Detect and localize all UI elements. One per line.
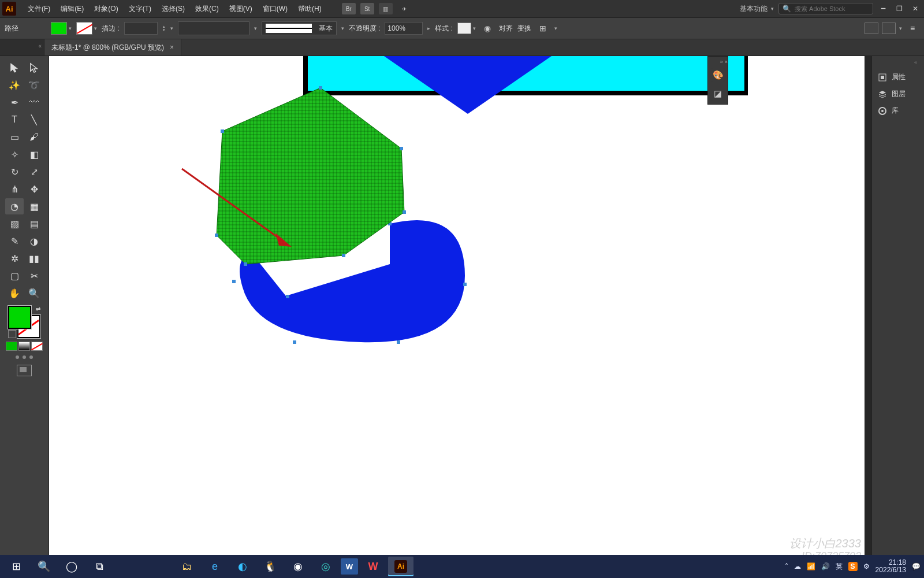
window-close[interactable]: ✕ [909, 4, 922, 13]
slice-tool[interactable]: ✂ [25, 268, 43, 284]
artboard-canvas[interactable] [49, 56, 865, 565]
edge-icon[interactable]: ◎ [313, 557, 338, 576]
floating-panel-dock[interactable]: »× 🎨 ◪ [707, 56, 728, 105]
chevron-down-icon[interactable]: ▾ [254, 25, 257, 31]
bridge-icon[interactable]: Br [342, 3, 356, 14]
color-mode-solid[interactable] [6, 342, 17, 351]
menu-help[interactable]: 帮助(H) [293, 2, 326, 16]
paintbrush-tool[interactable]: 🖌 [25, 129, 43, 145]
lasso-tool[interactable]: ➰ [25, 77, 43, 93]
swatches-panel-icon[interactable]: ◪ [711, 87, 725, 101]
blend-tool[interactable]: ◑ [25, 233, 43, 249]
libraries-panel-tab[interactable]: 库 [872, 102, 924, 119]
menu-view[interactable]: 视图(V) [225, 2, 257, 16]
menu-type[interactable]: 文字(T) [124, 2, 156, 16]
explorer-icon[interactable]: 🗂 [174, 557, 200, 576]
layers-panel-tab[interactable]: 图层 [872, 86, 924, 102]
gpu-icon[interactable]: ✈ [397, 3, 411, 14]
tray-ime-label[interactable]: 英 [836, 562, 843, 572]
draw-mode-row[interactable] [16, 355, 33, 359]
line-tool[interactable]: ╲ [25, 112, 43, 128]
properties-panel-tab[interactable]: 属性 [872, 69, 924, 86]
perspective-grid-tool[interactable]: ▦ [25, 198, 43, 214]
tray-notifications-icon[interactable]: 💬 [912, 562, 921, 570]
menu-window[interactable]: 窗口(W) [258, 2, 292, 16]
menu-select[interactable]: 选择(S) [157, 2, 189, 16]
wps-icon[interactable]: W [360, 557, 386, 576]
panel-layout-2[interactable] [882, 23, 896, 34]
scale-tool[interactable]: ⤢ [25, 164, 43, 180]
width-tool[interactable]: ⋔ [5, 181, 24, 197]
zoom-tool[interactable]: 🔍 [25, 285, 43, 301]
chevron-down-icon[interactable]: ▾ [554, 25, 557, 31]
color-mode-none[interactable] [31, 342, 43, 351]
collapse-panel-icon[interactable]: « [911, 58, 921, 66]
menu-object[interactable]: 对象(O) [90, 2, 122, 16]
window-restore[interactable]: ❐ [893, 4, 906, 13]
mesh-tool[interactable]: ▨ [5, 216, 24, 232]
tray-chevron-icon[interactable]: ˄ [785, 562, 788, 570]
default-fill-stroke-icon[interactable] [8, 330, 16, 338]
stroke-weight-stepper[interactable]: ▲▼ [162, 25, 166, 32]
tray-settings-icon[interactable]: ⚙ [863, 562, 870, 570]
selection-tool[interactable] [5, 60, 24, 76]
collapse-icon[interactable]: » [720, 59, 723, 65]
workspace-switcher[interactable]: 基本功能▾ [736, 4, 777, 14]
pen-tool[interactable]: ✒ [5, 94, 24, 110]
chrome-icon[interactable]: ◉ [285, 557, 311, 576]
curvature-tool[interactable]: 〰 [25, 94, 43, 110]
transform-label[interactable]: 变换 [517, 24, 531, 34]
cortana-icon[interactable]: ◯ [59, 557, 84, 576]
chevron-down-icon[interactable]: ▾ [341, 25, 344, 31]
document-tab[interactable]: 未标题-1* @ 800% (RGB/GPU 预览) × [44, 39, 181, 55]
illustrator-taskbar-icon[interactable]: Ai [388, 557, 413, 576]
fill-stroke-indicator[interactable]: ⇄ [8, 306, 40, 338]
fill-color-chip[interactable] [8, 306, 31, 329]
fill-swatch[interactable]: ▾ [51, 22, 72, 35]
tray-clock[interactable]: 21:18 2022/6/13 [875, 559, 906, 574]
menu-effect[interactable]: 效果(C) [191, 2, 223, 16]
panel-menu-icon[interactable]: ≡ [906, 21, 919, 35]
align-label[interactable]: 对齐 [499, 24, 513, 34]
window-minimize[interactable]: ━ [877, 4, 889, 13]
screen-mode-icon[interactable] [17, 365, 32, 376]
panel-layout-1[interactable] [865, 23, 878, 34]
opacity-input[interactable]: 100% [385, 22, 423, 35]
system-tray[interactable]: ˄ ☁ 📶 🔊 英 S ⚙ 21:18 2022/6/13 💬 [785, 559, 921, 574]
taskbar-search[interactable]: 🔍 [31, 557, 57, 576]
chevron-right-icon[interactable]: ▸ [427, 25, 430, 31]
stroke-weight-input[interactable] [124, 22, 158, 35]
word-icon[interactable]: W [341, 558, 358, 575]
symbol-sprayer-tool[interactable]: ✲ [5, 250, 24, 266]
color-mode-gradient[interactable] [18, 342, 30, 351]
eraser-tool[interactable]: ◧ [25, 146, 43, 162]
task-view-icon[interactable]: ⧉ [87, 557, 112, 576]
hand-tool[interactable]: ✋ [5, 285, 24, 301]
qq-browser-icon[interactable]: ◐ [230, 557, 255, 576]
column-graph-tool[interactable]: ▮▮ [25, 250, 43, 266]
vertical-scrollbar[interactable] [865, 56, 871, 578]
gradient-tool[interactable]: ▤ [25, 216, 43, 232]
shape-builder-tool[interactable]: ◔ [5, 198, 24, 214]
edge-legacy-icon[interactable]: e [202, 557, 228, 576]
swap-fill-stroke-icon[interactable]: ⇄ [36, 306, 40, 312]
search-input[interactable] [793, 5, 859, 13]
stock-icon[interactable]: St [360, 3, 374, 14]
tray-onedrive-icon[interactable]: ☁ [794, 562, 801, 570]
chevron-down-icon[interactable]: ▾ [899, 25, 902, 31]
stroke-swatch[interactable]: ▾ [76, 22, 97, 35]
isolate-icon[interactable]: ⊞ [536, 21, 550, 35]
menu-edit[interactable]: 编辑(E) [56, 2, 88, 16]
rectangle-tool[interactable]: ▭ [5, 129, 24, 145]
direct-selection-tool[interactable] [25, 60, 43, 76]
close-icon[interactable]: × [725, 59, 728, 65]
tray-wifi-icon[interactable]: 📶 [807, 562, 815, 570]
shaper-tool[interactable]: ✧ [5, 146, 24, 162]
eyedropper-tool[interactable]: ✎ [5, 233, 24, 249]
rotate-tool[interactable]: ↻ [5, 164, 24, 180]
graphic-style-swatch[interactable]: ▾ [457, 23, 476, 34]
magic-wand-tool[interactable]: ✨ [5, 77, 24, 93]
color-panel-icon[interactable]: 🎨 [711, 68, 725, 82]
brush-definition[interactable]: 基本 [262, 21, 337, 35]
tray-sogou-icon[interactable]: S [848, 562, 858, 571]
